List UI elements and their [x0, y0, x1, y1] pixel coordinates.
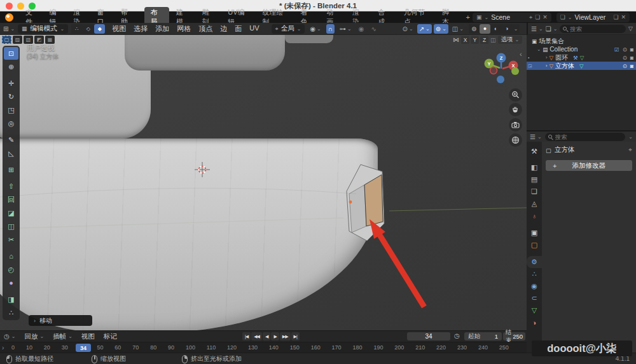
timeline-menu[interactable]: 视图⌄ [78, 332, 99, 341]
tool-select-box[interactable]: ⊡ [4, 47, 18, 60]
viewlayer-selector[interactable]: ❏ ⌄ ViewLayer ❏ ✕ [556, 13, 630, 22]
tool-scale[interactable]: ◳ [4, 104, 18, 116]
viewport-menu[interactable]: 添加 [151, 23, 173, 35]
pin-icon[interactable]: ⌖ [529, 14, 532, 21]
pin-icon[interactable]: ⌖ [628, 146, 632, 154]
tool-smooth[interactable]: ● [4, 276, 18, 289]
playback-play[interactable]: ▶ [271, 332, 279, 340]
shading-rendered-button[interactable]: ◑ [501, 24, 512, 34]
outliner-row-torus[interactable]: • › ▽ 圆环 ⚒ ▽ ⊙ ◙ [527, 53, 636, 62]
camera-visibility-icon[interactable]: ◙ [630, 63, 633, 69]
properties-tab-collection[interactable]: ▣ [527, 227, 542, 239]
zoom-view-button[interactable] [509, 88, 522, 102]
editor-type-button[interactable]: ⊞⌄ [3, 25, 15, 32]
timeline-menu[interactable]: 回放⌄ [20, 332, 48, 341]
mode-dropdown[interactable]: ▦ 编辑模式 ⌄ [18, 24, 68, 34]
timeline-menu[interactable]: 插帧⌄ [49, 332, 76, 341]
eye-icon[interactable]: ⊙ [623, 55, 627, 61]
3d-viewport[interactable]: ▢ ▨ ▧ ◩ ▦ ⊡⊕✛↻◳◎✎◺⊞⇧回◪◫✂⌂◴●◨∴ 用户透视 (34) … [0, 35, 527, 330]
mirror-axis-button[interactable]: Y [471, 36, 479, 44]
snap-toggle[interactable]: ∩ [326, 24, 335, 34]
scene-selector[interactable]: ▣ ⌄ Scene ⌖ ❏ ✕ [473, 13, 551, 22]
frame-start-field[interactable]: 起始 1 [464, 332, 502, 340]
viewport-menu[interactable]: 选择 [130, 23, 151, 35]
timeline-ruler[interactable]: › 01020304050607080901001101201301401501… [0, 342, 527, 353]
properties-tab-constraints[interactable]: ⊂ [527, 292, 542, 304]
copy-icon[interactable]: ❏ [613, 14, 618, 20]
outliner-row-cube[interactable]: ◲ › ▽ 立方体 ▽ ⊙ ◙ [527, 62, 636, 70]
tool-knife[interactable]: ✂ [4, 233, 18, 246]
camera-view-dot[interactable] [497, 76, 504, 83]
select-mode-edge[interactable]: ◇ [83, 24, 93, 34]
tool-poly-build[interactable]: ⌂ [4, 250, 18, 262]
chevron-down-icon[interactable]: ⌄ [628, 134, 633, 140]
properties-tab-data[interactable]: ▽ [527, 304, 542, 316]
navigation-gizmo[interactable]: Z Y X [481, 51, 522, 92]
filter-icon[interactable]: ▽ [628, 25, 633, 32]
shading-material-button[interactable]: ◐ [490, 24, 501, 34]
playback-play-reverse[interactable]: ◀ [263, 332, 270, 340]
outliner-display-mode-button[interactable]: ❏⌄ [546, 25, 558, 32]
operator-panel[interactable]: › 移动 [29, 315, 92, 326]
properties-tab-material[interactable]: ◑ [527, 316, 542, 328]
camera-visibility-icon[interactable]: ◙ [630, 55, 633, 61]
properties-tab-output[interactable]: ▤ [527, 173, 542, 185]
tool-spin[interactable]: ◴ [4, 263, 18, 276]
select-mode-face[interactable]: ◆ [94, 24, 105, 34]
snap-target-dropdown[interactable]: ⊶⌄ [338, 24, 354, 34]
mirror-axis-button[interactable]: Z [480, 36, 488, 44]
timeline-menu[interactable]: 标记⌄ [100, 332, 121, 341]
shading-solid-button[interactable]: ● [480, 24, 490, 34]
outliner-row-scene-collection[interactable]: ▣ 场景集合 [527, 37, 636, 45]
transform-orientation-dropdown[interactable]: ⌖ 全局 ⌄ [272, 24, 305, 34]
snap-base-icon[interactable]: ◫ [490, 37, 496, 43]
close-icon[interactable]: ✕ [543, 14, 548, 20]
sidebar-collapse-icon[interactable]: ‹ [520, 50, 522, 58]
shading-wireframe-button[interactable]: ◍ [469, 24, 480, 34]
viewport-menu[interactable]: 网格 [173, 23, 195, 35]
playback-jump-start[interactable]: |◀ [242, 332, 251, 340]
overlays-toggle[interactable]: ⊚⌄ [434, 24, 448, 34]
properties-tab-physics[interactable]: ◉ [527, 280, 542, 292]
playhead[interactable]: 34 [76, 344, 91, 352]
orthographic-toggle-button[interactable] [509, 133, 522, 147]
proportional-falloff-dropdown[interactable]: ∿ [369, 24, 378, 34]
extruded-cube[interactable] [343, 161, 397, 245]
properties-search-input[interactable] [545, 133, 626, 141]
expand-icon[interactable]: › [546, 55, 548, 60]
outliner-search-input[interactable] [560, 25, 626, 33]
camera-view-button[interactable] [509, 118, 522, 131]
properties-tab-particles[interactable]: ∴ [527, 268, 542, 280]
outliner-row-collection[interactable]: ⌄ ▤ Collection ☑ ⊙ ◙ [527, 45, 636, 53]
add-workspace-button[interactable]: + [464, 13, 473, 21]
properties-tab-view-layer[interactable]: ❏ [527, 185, 542, 198]
eye-icon[interactable]: ⊙ [623, 46, 627, 53]
expand-icon[interactable]: › [546, 63, 548, 69]
shading-dropdown[interactable]: ⌄ [512, 24, 520, 34]
copy-icon[interactable]: ❏ [535, 14, 540, 20]
tool-add-cube[interactable]: ⊞ [4, 163, 18, 176]
current-frame-field[interactable]: 34 [407, 332, 450, 340]
tool-cursor[interactable]: ⊕ [4, 60, 18, 73]
tool-transform[interactable]: ◎ [4, 117, 18, 130]
properties-tab-tool[interactable]: ⚒ [527, 145, 542, 158]
tool-extrude-region[interactable]: ⇧ [4, 180, 18, 192]
add-modifier-button[interactable]: ＋ 添加修改器 [546, 160, 632, 171]
select-set-icon[interactable]: ▢ [2, 36, 11, 44]
tool-rotate[interactable]: ↻ [4, 90, 18, 103]
outliner-filter-mode-button[interactable]: ☰⌄ [531, 25, 543, 32]
frame-end-field[interactable]: 结束 250 [503, 332, 525, 340]
properties-tab-world[interactable]: ♁ [527, 210, 542, 222]
options-dropdown[interactable]: 选项 ⌄ [498, 36, 523, 44]
playback-jump-end[interactable]: ▶| [291, 332, 300, 340]
pivot-point-dropdown[interactable]: ◉⌄ [308, 24, 322, 34]
playback-prev-keyframe[interactable]: ◀◀ [251, 332, 262, 340]
xray-toggle[interactable]: ◫⌄ [450, 24, 466, 34]
close-icon[interactable]: ✕ [621, 14, 626, 20]
tool-loop-cut[interactable]: ◫ [4, 220, 18, 233]
tool-edge-slide[interactable]: ◨ [4, 293, 18, 306]
viewport-menu[interactable]: 边 [216, 23, 231, 35]
properties-tab-modifier[interactable]: ⚙ [527, 256, 542, 268]
viewport-menu[interactable]: 顶点 [195, 23, 216, 35]
tool-annotate[interactable]: ✎ [4, 133, 18, 146]
